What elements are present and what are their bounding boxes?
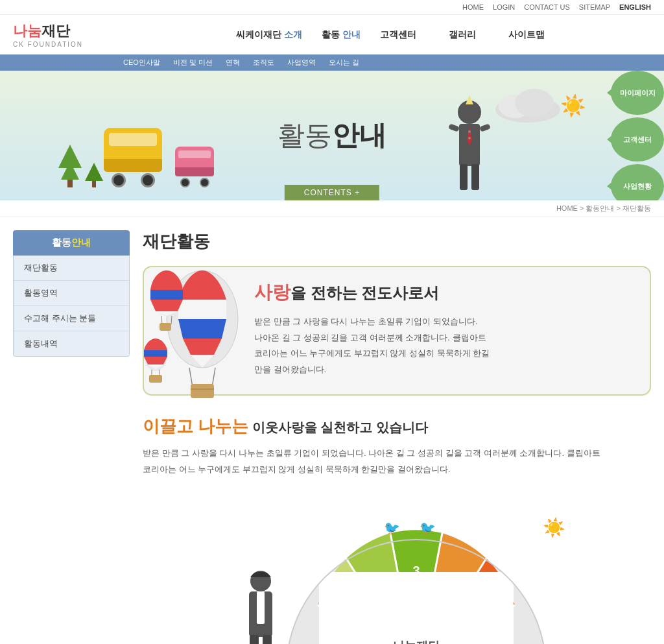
mainnav-intro[interactable]: 씨케이재단 소개 xyxy=(230,29,309,41)
mainnav-customer[interactable]: 고객센터 xyxy=(374,29,423,41)
svg-text:나눔재단: 나눔재단 xyxy=(393,639,440,644)
hero-pink-car xyxy=(175,147,214,187)
subnav-vision[interactable]: 비전 및 미션 xyxy=(167,56,219,69)
svg-text:1: 1 xyxy=(338,622,345,636)
section2-desc: 받은 만큼 그 사랑을 다시 나누는 초일류 기업이 되었습니다. 나아온 길 … xyxy=(143,446,651,477)
logo-area: 나눔재단 CK FOUNDATION xyxy=(13,21,130,48)
svg-rect-30 xyxy=(250,635,259,644)
svg-rect-6 xyxy=(448,124,460,132)
bird-1: 🐦 xyxy=(384,520,400,536)
featured-desc: 받은 만큼 그 사랑을 다시 나누는 초일류 기업이 되었습니다. 나아온 길 … xyxy=(254,314,630,378)
svg-rect-21 xyxy=(160,323,171,331)
hero-clouds xyxy=(489,84,567,125)
sidebar-item-foundation[interactable]: 재단활동 xyxy=(14,256,129,281)
logo-english: CK FOUNDATION xyxy=(13,41,130,48)
logo-korean-prefix: 나눔 xyxy=(13,23,42,39)
gauge-chart: 1 2 3 4 5 나눔재단 🐦 🐦 xyxy=(274,514,559,644)
side-bubble-mypage[interactable]: 마이페이지 xyxy=(611,71,664,115)
topnav-login[interactable]: LOGIN xyxy=(493,3,515,11)
section2-title: 이끌고 나누는 이웃사랑을 실천하고 있습니다 xyxy=(143,415,651,438)
section2: 이끌고 나누는 이웃사랑을 실천하고 있습니다 받은 만큼 그 사랑을 다시 나… xyxy=(143,415,651,477)
main-content: 재단활동 xyxy=(143,230,651,644)
hero-section: 활동안내 ☀️ xyxy=(0,71,664,200)
svg-point-8 xyxy=(468,130,471,133)
sidebar: 활동안내 재단활동 활동영역 수고해 주시는 분들 활동내역 xyxy=(13,230,130,644)
page-title: 재단활동 xyxy=(143,230,651,253)
mainnav-activity[interactable]: 활동 안내 xyxy=(315,29,367,41)
svg-point-12 xyxy=(515,89,554,117)
side-bubbles: 마이페이지 고객센터 사업현황 xyxy=(611,71,664,200)
mainnav-sitemap[interactable]: 사이트맵 xyxy=(502,29,551,41)
svg-rect-31 xyxy=(263,635,272,644)
side-bubble-customer[interactable]: 고객센터 xyxy=(611,117,664,161)
topnav-sitemap[interactable]: SITEMAP xyxy=(579,3,610,11)
sidebar-item-activity-area[interactable]: 활동영역 xyxy=(14,281,129,306)
svg-rect-4 xyxy=(460,164,468,190)
hero-tree-left xyxy=(58,145,103,187)
hero-sun: ☀️ xyxy=(560,93,586,118)
svg-marker-1 xyxy=(466,95,473,104)
hero-title: 활동안내 xyxy=(278,117,386,154)
subnav-history[interactable]: 연혁 xyxy=(219,56,246,69)
sidebar-title: 활동안내 xyxy=(13,230,130,256)
svg-text:4: 4 xyxy=(459,577,467,591)
topnav-english[interactable]: ENGLISH xyxy=(619,3,651,11)
gauge-man xyxy=(235,566,287,644)
topnav-home[interactable]: HOME xyxy=(462,3,484,11)
topnav-contact[interactable]: CONTACT US xyxy=(524,3,570,11)
subnav-ceo[interactable]: CEO인사말 xyxy=(117,56,167,69)
featured-title: 사랑을 전하는 전도사로서 xyxy=(254,280,630,305)
gauge-birds: 🐦 🐦 xyxy=(384,520,436,536)
svg-point-9 xyxy=(468,137,471,139)
sidebar-item-activity-log[interactable]: 활동내역 xyxy=(14,331,129,356)
svg-rect-16 xyxy=(191,384,214,398)
svg-rect-25 xyxy=(149,375,162,383)
hero-yellow-car xyxy=(104,128,162,187)
sidebar-item-volunteers[interactable]: 수고해 주시는 분들 xyxy=(14,306,129,331)
gauge-section: 1 2 3 4 5 나눔재단 🐦 🐦 xyxy=(143,490,651,644)
subnav-directions[interactable]: 오시는 길 xyxy=(322,56,366,69)
svg-text:2: 2 xyxy=(366,577,373,591)
svg-text:3: 3 xyxy=(412,564,420,578)
subnav-business[interactable]: 사업영역 xyxy=(281,56,322,69)
svg-rect-5 xyxy=(471,164,479,190)
subnav-org[interactable]: 조직도 xyxy=(246,56,281,69)
bird-2: 🐦 xyxy=(420,520,436,536)
hero-man xyxy=(444,94,495,200)
featured-box: 사랑을 전하는 전도사로서 받은 만큼 그 사랑을 다시 나누는 초일류 기업이… xyxy=(143,266,651,396)
logo-korean-suffix: 재단 xyxy=(42,23,70,39)
svg-rect-34 xyxy=(319,572,514,644)
gauge-sun: ☀️ xyxy=(543,517,565,538)
svg-text:5: 5 xyxy=(487,622,494,636)
side-bubble-business[interactable]: 사업현황 xyxy=(611,164,664,200)
balloon-area xyxy=(137,254,248,406)
hero-contents-bar[interactable]: CONTENTS + xyxy=(285,185,379,200)
mainnav-gallery[interactable]: 갤러리 xyxy=(429,29,495,41)
svg-rect-29 xyxy=(257,591,265,624)
breadcrumb: HOME > 활동안내 > 재단활동 xyxy=(0,200,664,217)
